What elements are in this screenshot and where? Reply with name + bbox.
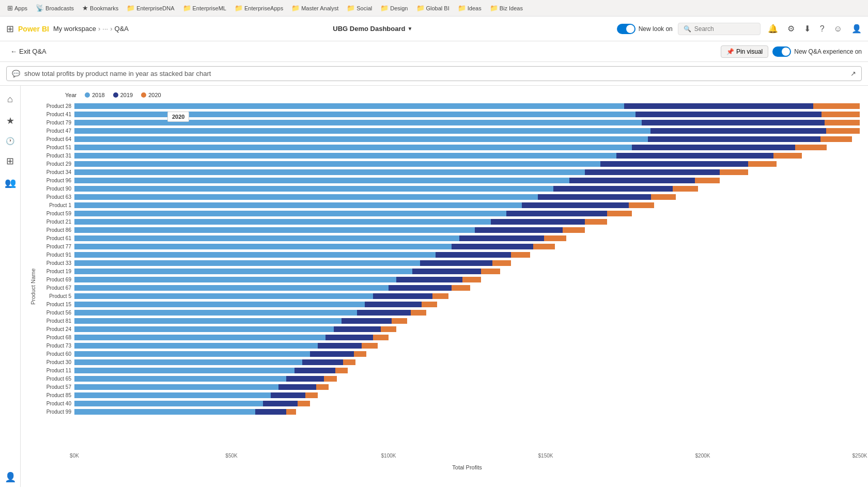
waffle-icon[interactable]: ⊞ xyxy=(4,21,16,37)
bar-2019[interactable] xyxy=(342,318,392,324)
bar-2019[interactable] xyxy=(396,277,462,282)
bar-container[interactable] xyxy=(74,244,860,249)
bar-2019[interactable] xyxy=(624,103,813,109)
bar-2019[interactable] xyxy=(436,252,511,258)
profile-icon[interactable]: 👤 xyxy=(849,22,864,36)
bar-container[interactable] xyxy=(74,153,860,159)
bar-2018[interactable] xyxy=(74,368,295,373)
bar-2018[interactable] xyxy=(74,277,396,282)
bar-2020[interactable] xyxy=(492,260,511,266)
bar-container[interactable] xyxy=(74,112,860,117)
bar-2019[interactable] xyxy=(569,178,695,183)
bookmark-enterpriseml[interactable]: 📁 EnterpriseML xyxy=(180,3,229,13)
bar-2020[interactable] xyxy=(695,178,720,183)
bookmark-ideas[interactable]: 📁 Ideas xyxy=(455,3,485,13)
bar-2020[interactable] xyxy=(286,409,296,415)
bar-2020[interactable] xyxy=(392,318,407,324)
bar-2019[interactable] xyxy=(553,186,673,192)
pin-visual-button[interactable]: 📌 Pin visual xyxy=(721,45,768,58)
sidebar-recent-icon[interactable]: 🕐 xyxy=(2,133,19,149)
bar-2018[interactable] xyxy=(74,376,286,382)
bar-2018[interactable] xyxy=(74,128,650,134)
bar-2019[interactable] xyxy=(271,392,305,398)
bar-2019[interactable] xyxy=(263,401,298,406)
qa-expand-icon[interactable]: ↗ xyxy=(850,70,856,77)
bar-2018[interactable] xyxy=(74,202,522,208)
bar-container[interactable] xyxy=(74,202,860,208)
bar-2018[interactable] xyxy=(74,384,278,390)
bar-container[interactable] xyxy=(74,103,860,109)
bar-container[interactable] xyxy=(74,343,860,349)
bar-2019[interactable] xyxy=(334,326,381,332)
new-look-toggle[interactable]: New look on xyxy=(617,24,673,34)
bar-2019[interactable] xyxy=(648,136,820,142)
qa-toggle-knob[interactable] xyxy=(772,46,791,57)
bar-container[interactable] xyxy=(74,120,860,125)
bar-container[interactable] xyxy=(74,194,860,200)
bar-2018[interactable] xyxy=(74,235,459,241)
bar-2019[interactable] xyxy=(616,153,773,159)
bar-2019[interactable] xyxy=(522,202,629,208)
bar-2020[interactable] xyxy=(354,351,366,357)
help-icon[interactable]: ? xyxy=(818,22,827,36)
bar-2018[interactable] xyxy=(74,359,302,365)
notifications-icon[interactable]: 🔔 xyxy=(766,22,780,36)
bar-2018[interactable] xyxy=(74,227,475,233)
bar-2018[interactable] xyxy=(74,343,318,349)
bar-2018[interactable] xyxy=(74,351,310,357)
bookmark-masteranalyst[interactable]: 📁 Master Analyst xyxy=(288,3,342,13)
bar-container[interactable] xyxy=(74,260,860,266)
bar-2019[interactable] xyxy=(318,343,362,349)
bar-container[interactable] xyxy=(74,376,860,382)
bar-2020[interactable] xyxy=(813,103,860,109)
bar-container[interactable] xyxy=(74,384,860,390)
search-box[interactable]: 🔍 xyxy=(678,23,761,35)
bookmark-broadcasts[interactable]: 📡 Broadcasts xyxy=(33,3,77,13)
bar-2019[interactable] xyxy=(420,260,492,266)
bar-2018[interactable] xyxy=(74,145,632,150)
bar-2020[interactable] xyxy=(511,252,530,258)
bar-2019[interactable] xyxy=(650,128,826,134)
bar-2018[interactable] xyxy=(74,252,436,258)
bookmark-bookmarks[interactable]: ★ Bookmarks xyxy=(79,3,121,13)
bar-2019[interactable] xyxy=(357,310,410,316)
sidebar-shared-icon[interactable]: 👥 xyxy=(1,173,20,193)
bar-2020[interactable] xyxy=(335,368,348,373)
bar-2018[interactable] xyxy=(74,244,452,249)
bar-container[interactable] xyxy=(74,178,860,183)
bar-2020[interactable] xyxy=(432,293,448,299)
bar-2018[interactable] xyxy=(74,335,326,340)
bar-2020[interactable] xyxy=(533,244,555,249)
bar-2020[interactable] xyxy=(481,269,500,274)
bar-2019[interactable] xyxy=(636,112,822,117)
bar-2020[interactable] xyxy=(362,343,377,349)
bar-2020[interactable] xyxy=(748,161,777,167)
bar-2018[interactable] xyxy=(74,136,648,142)
bar-2018[interactable] xyxy=(74,161,600,167)
bookmark-apps[interactable]: ⊞ Apps xyxy=(4,3,30,13)
bar-container[interactable] xyxy=(74,136,860,142)
bar-2018[interactable] xyxy=(74,260,420,266)
bar-2018[interactable] xyxy=(74,302,365,307)
bar-2018[interactable] xyxy=(74,401,263,406)
bar-2018[interactable] xyxy=(74,409,255,415)
bar-2020[interactable] xyxy=(585,219,607,225)
bar-2019[interactable] xyxy=(278,384,316,390)
bar-container[interactable] xyxy=(74,293,860,299)
bar-2018[interactable] xyxy=(74,153,616,159)
bar-2019[interactable] xyxy=(585,169,720,175)
breadcrumb-workspace[interactable]: My workspace xyxy=(53,25,96,33)
feedback-icon[interactable]: ☺ xyxy=(832,22,844,36)
bar-2020[interactable] xyxy=(462,277,481,282)
bar-2020[interactable] xyxy=(452,285,470,291)
bar-2019[interactable] xyxy=(632,145,795,150)
bar-2019[interactable] xyxy=(302,359,343,365)
bar-2018[interactable] xyxy=(74,112,636,117)
bar-container[interactable] xyxy=(74,235,860,241)
bar-container[interactable] xyxy=(74,359,860,365)
bar-2019[interactable] xyxy=(295,368,335,373)
settings-icon[interactable]: ⚙ xyxy=(785,22,797,36)
bar-2018[interactable] xyxy=(74,269,412,274)
bar-container[interactable] xyxy=(74,145,860,150)
bar-container[interactable] xyxy=(74,310,860,316)
